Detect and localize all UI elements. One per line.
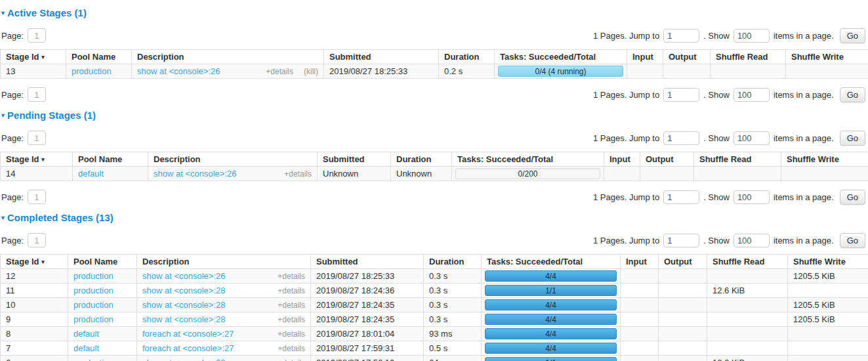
pool-name-link[interactable]: production	[73, 286, 114, 295]
show-count-input[interactable]	[734, 88, 770, 102]
details-toggle[interactable]: +details	[278, 272, 305, 281]
details-toggle[interactable]: +details	[284, 169, 312, 179]
stage-description-link[interactable]: show at <console>:28	[142, 314, 225, 324]
column-header-shuffle-read[interactable]: Shuffle Read	[711, 50, 786, 64]
column-header-input[interactable]: Input	[627, 50, 663, 64]
page-number-input[interactable]	[28, 131, 46, 145]
pool-name-link[interactable]: production	[72, 66, 112, 76]
description-wrap: show at <console>:26+details(kill)	[137, 66, 318, 76]
jump-to-input[interactable]	[663, 190, 699, 204]
show-count-input[interactable]	[734, 190, 770, 204]
column-header-tasks-succeeded-total[interactable]: Tasks: Succeeded/Total	[452, 152, 604, 167]
stage-description-link[interactable]: show at <console>:28	[142, 286, 225, 295]
column-header-description[interactable]: Description	[137, 255, 311, 269]
column-header-description[interactable]: Description	[148, 152, 318, 167]
go-button[interactable]: Go	[840, 87, 865, 102]
header-row: Stage Id ▾Pool NameDescriptionSubmittedD…	[1, 50, 868, 64]
stage-description-link[interactable]: foreach at <console>:27	[142, 329, 234, 339]
shuffle-read-cell	[707, 269, 788, 284]
pool-name-link[interactable]: default	[73, 343, 99, 353]
input-cell	[621, 298, 659, 312]
column-header-tasks-succeeded-total[interactable]: Tasks: Succeeded/Total	[482, 255, 621, 269]
column-header-duration[interactable]: Duration	[439, 50, 495, 64]
description-cell: show at <console>:26+details	[148, 167, 318, 181]
column-header-input[interactable]: Input	[604, 152, 640, 167]
column-header-submitted[interactable]: Submitted	[311, 255, 424, 269]
stage-description-link[interactable]: show at <console>:28	[142, 358, 225, 361]
column-header-shuffle-read[interactable]: Shuffle Read	[694, 152, 781, 167]
column-header-shuffle-read[interactable]: Shuffle Read	[707, 255, 788, 269]
column-header-tasks-succeeded-total[interactable]: Tasks: Succeeded/Total	[495, 50, 627, 64]
column-header-output[interactable]: Output	[659, 255, 707, 269]
column-header-stage-id[interactable]: Stage Id ▾	[1, 255, 68, 269]
column-header-output[interactable]: Output	[640, 152, 694, 167]
shuffle-write-cell: 1205.5 KiB	[788, 269, 868, 284]
show-text: . Show	[703, 192, 730, 202]
stage-description-link[interactable]: show at <console>:26	[137, 66, 220, 76]
description-actions: +details(kill)	[266, 67, 318, 76]
pool-name-link[interactable]: default	[73, 329, 99, 339]
show-count-input[interactable]	[734, 131, 770, 145]
pager-controls: 1 Pages. Jump to . Show items in a page.…	[593, 131, 865, 146]
details-toggle[interactable]: +details	[278, 329, 305, 339]
column-header-submitted[interactable]: Submitted	[324, 50, 439, 64]
stage-id-cell: 9	[1, 312, 68, 327]
column-header-shuffle-write[interactable]: Shuffle Write	[781, 152, 868, 167]
details-toggle[interactable]: +details	[278, 286, 305, 295]
go-button[interactable]: Go	[840, 190, 865, 205]
pool-name-link[interactable]: default	[78, 169, 104, 179]
column-header-duration[interactable]: Duration	[391, 152, 452, 167]
column-header-stage-id[interactable]: Stage Id ▾	[1, 152, 73, 167]
description-cell: show at <console>:26+details	[137, 269, 311, 284]
column-header-input[interactable]: Input	[621, 255, 659, 269]
jump-to-input[interactable]	[663, 234, 699, 247]
pool-name-link[interactable]: production	[73, 358, 114, 361]
page-number-input[interactable]	[28, 87, 46, 102]
column-header-pool-name[interactable]: Pool Name	[66, 50, 132, 64]
stage-description-link[interactable]: show at <console>:26	[154, 169, 236, 179]
page-number-input[interactable]	[28, 233, 46, 247]
jump-to-input[interactable]	[663, 88, 699, 102]
column-header-duration[interactable]: Duration	[424, 255, 482, 269]
pool-name-link[interactable]: production	[73, 300, 114, 310]
active-stages-section: ▾Active Stages (1) Page: 1 Pages. Jump t…	[0, 8, 868, 102]
tasks-progress-bar: 4/4	[485, 314, 617, 325]
column-header-pool-name[interactable]: Pool Name	[73, 152, 148, 167]
column-header-shuffle-write[interactable]: Shuffle Write	[786, 50, 868, 64]
column-header-shuffle-write[interactable]: Shuffle Write	[788, 255, 868, 269]
details-toggle[interactable]: +details	[278, 315, 305, 324]
details-toggle[interactable]: +details	[278, 344, 305, 353]
column-header-description[interactable]: Description	[132, 50, 324, 64]
tasks-cell: 0/200	[452, 167, 604, 181]
stage-id-cell: 11	[1, 284, 68, 298]
description-actions: +details	[278, 301, 305, 310]
show-count-input[interactable]	[734, 234, 770, 247]
go-button[interactable]: Go	[840, 28, 865, 43]
pending-stages-header[interactable]: ▾Pending Stages (1)	[1, 110, 868, 122]
pool-name-link[interactable]: production	[73, 271, 114, 281]
kill-link[interactable]: (kill)	[304, 67, 318, 76]
details-toggle[interactable]: +details	[278, 301, 305, 310]
page-number-input[interactable]	[28, 190, 46, 204]
go-button[interactable]: Go	[840, 233, 865, 248]
stage-description-link[interactable]: show at <console>:26	[142, 271, 225, 281]
pool-name-cell: production	[68, 284, 137, 298]
completed-stages-header[interactable]: ▾Completed Stages (13)	[1, 213, 868, 224]
go-button[interactable]: Go	[840, 131, 865, 146]
stage-description-link[interactable]: show at <console>:28	[142, 300, 225, 310]
pool-name-link[interactable]: production	[73, 314, 114, 324]
details-toggle[interactable]: +details	[266, 67, 293, 76]
jump-to-input[interactable]	[663, 131, 699, 145]
page-number-input[interactable]	[28, 28, 46, 43]
stage-description-link[interactable]: foreach at <console>:27	[142, 343, 234, 353]
column-header-stage-id[interactable]: Stage Id ▾	[1, 50, 66, 64]
show-count-input[interactable]	[734, 29, 770, 43]
jump-to-input[interactable]	[663, 29, 699, 43]
column-header-pool-name[interactable]: Pool Name	[68, 255, 137, 269]
column-header-output[interactable]: Output	[663, 50, 711, 64]
details-toggle[interactable]: +details	[278, 358, 305, 361]
active-stages-header[interactable]: ▾Active Stages (1)	[1, 8, 868, 20]
tasks-cell: 4/4	[482, 341, 621, 356]
pending-stages-table: Stage Id ▾Pool NameDescriptionSubmittedD…	[0, 152, 868, 181]
column-header-submitted[interactable]: Submitted	[318, 152, 391, 167]
